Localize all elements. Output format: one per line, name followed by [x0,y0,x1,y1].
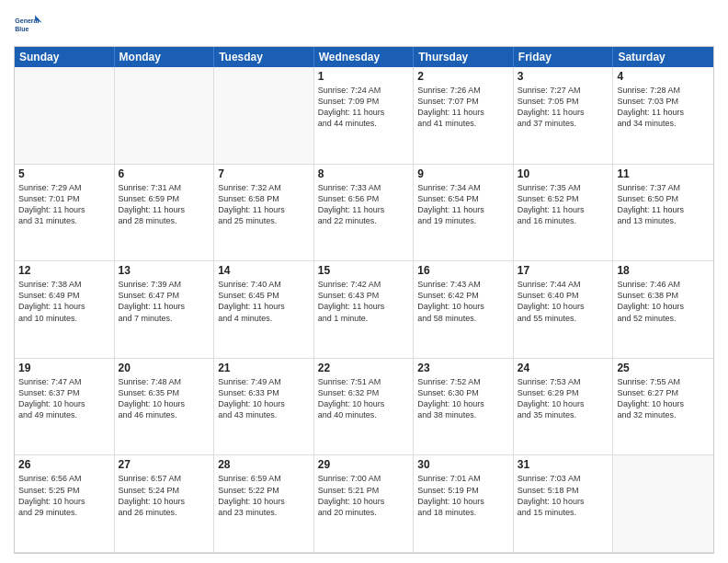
day-number: 24 [518,362,609,374]
calendar-cell: 15Sunrise: 7:42 AM Sunset: 6:43 PM Dayli… [314,261,415,359]
cell-info: Sunrise: 7:49 AM Sunset: 6:33 PM Dayligh… [218,376,310,421]
day-number: 7 [218,167,310,180]
calendar-cell: 16Sunrise: 7:43 AM Sunset: 6:42 PM Dayli… [414,261,514,359]
calendar-cell: 12Sunrise: 7:38 AM Sunset: 6:49 PM Dayli… [15,261,115,359]
cell-info: Sunrise: 7:31 AM Sunset: 6:59 PM Dayligh… [119,182,210,227]
cell-info: Sunrise: 7:51 AM Sunset: 6:32 PM Dayligh… [318,376,410,421]
cell-info: Sunrise: 7:00 AM Sunset: 5:21 PM Dayligh… [318,473,410,518]
day-number: 25 [617,362,710,374]
day-header-wednesday: Wednesday [314,47,415,67]
day-header-thursday: Thursday [414,47,514,67]
cell-info: Sunrise: 7:32 AM Sunset: 6:58 PM Dayligh… [218,182,310,227]
calendar-cell: 20Sunrise: 7:48 AM Sunset: 6:35 PM Dayli… [115,359,215,456]
cell-info: Sunrise: 7:42 AM Sunset: 6:43 PM Dayligh… [318,279,410,324]
calendar-cell: 7Sunrise: 7:32 AM Sunset: 6:58 PM Daylig… [214,165,314,262]
day-number: 27 [119,458,210,471]
cell-info: Sunrise: 7:03 AM Sunset: 5:18 PM Dayligh… [518,473,609,518]
day-number: 28 [218,458,310,471]
calendar-cell: 2Sunrise: 7:26 AM Sunset: 7:07 PM Daylig… [414,67,514,165]
calendar-cell [613,455,713,553]
calendar-cell: 25Sunrise: 7:55 AM Sunset: 6:27 PM Dayli… [613,359,713,456]
cell-info: Sunrise: 7:26 AM Sunset: 7:07 PM Dayligh… [417,85,509,130]
calendar-cell: 31Sunrise: 7:03 AM Sunset: 5:18 PM Dayli… [514,455,614,553]
day-number: 6 [119,167,210,180]
page-header: GeneralBlue [14,9,714,39]
day-number: 26 [18,458,110,471]
day-number: 30 [417,458,509,471]
calendar-cell: 18Sunrise: 7:46 AM Sunset: 6:38 PM Dayli… [613,261,713,359]
cell-info: Sunrise: 7:39 AM Sunset: 6:47 PM Dayligh… [119,279,210,324]
day-number: 16 [417,264,509,277]
calendar-cell: 19Sunrise: 7:47 AM Sunset: 6:37 PM Dayli… [15,359,115,456]
cell-info: Sunrise: 7:34 AM Sunset: 6:54 PM Dayligh… [417,182,509,227]
calendar-cell: 11Sunrise: 7:37 AM Sunset: 6:50 PM Dayli… [613,165,713,262]
day-number: 10 [518,167,609,180]
day-number: 3 [518,70,609,83]
logo-icon: GeneralBlue [14,9,43,39]
cell-info: Sunrise: 7:44 AM Sunset: 6:40 PM Dayligh… [518,279,609,324]
calendar-cell: 14Sunrise: 7:40 AM Sunset: 6:45 PM Dayli… [214,261,314,359]
day-header-tuesday: Tuesday [214,47,314,67]
day-number: 20 [119,362,210,374]
calendar-cell: 13Sunrise: 7:39 AM Sunset: 6:47 PM Dayli… [115,261,215,359]
cell-info: Sunrise: 7:29 AM Sunset: 7:01 PM Dayligh… [18,182,110,227]
day-number: 31 [518,458,609,471]
calendar-cell: 22Sunrise: 7:51 AM Sunset: 6:32 PM Dayli… [314,359,415,456]
day-number: 23 [417,362,509,374]
cell-info: Sunrise: 6:59 AM Sunset: 5:22 PM Dayligh… [218,473,310,518]
day-number: 9 [417,167,509,180]
calendar-grid: 1Sunrise: 7:24 AM Sunset: 7:09 PM Daylig… [15,67,713,553]
calendar-cell: 1Sunrise: 7:24 AM Sunset: 7:09 PM Daylig… [314,67,415,165]
day-number: 29 [318,458,410,471]
cell-info: Sunrise: 7:43 AM Sunset: 6:42 PM Dayligh… [417,279,509,324]
calendar-cell: 30Sunrise: 7:01 AM Sunset: 5:19 PM Dayli… [414,455,514,553]
cell-info: Sunrise: 7:24 AM Sunset: 7:09 PM Dayligh… [318,85,410,130]
calendar-cell: 5Sunrise: 7:29 AM Sunset: 7:01 PM Daylig… [15,165,115,262]
day-header-saturday: Saturday [613,47,713,67]
logo: GeneralBlue [14,9,47,39]
day-number: 17 [518,264,609,277]
day-number: 5 [18,167,110,180]
calendar-cell: 4Sunrise: 7:28 AM Sunset: 7:03 PM Daylig… [613,67,713,165]
calendar-cell [214,67,314,165]
day-number: 18 [617,264,710,277]
cell-info: Sunrise: 7:47 AM Sunset: 6:37 PM Dayligh… [18,376,110,421]
day-header-monday: Monday [115,47,215,67]
calendar-cell: 8Sunrise: 7:33 AM Sunset: 6:56 PM Daylig… [314,165,415,262]
cell-info: Sunrise: 7:38 AM Sunset: 6:49 PM Dayligh… [18,279,110,324]
cell-info: Sunrise: 7:37 AM Sunset: 6:50 PM Dayligh… [617,182,710,227]
day-header-sunday: Sunday [15,47,115,67]
day-headers-row: SundayMondayTuesdayWednesdayThursdayFrid… [15,47,713,67]
calendar-cell: 3Sunrise: 7:27 AM Sunset: 7:05 PM Daylig… [514,67,614,165]
cell-info: Sunrise: 6:57 AM Sunset: 5:24 PM Dayligh… [119,473,210,518]
day-number: 1 [318,70,410,83]
calendar-cell: 27Sunrise: 6:57 AM Sunset: 5:24 PM Dayli… [115,455,215,553]
calendar-cell: 24Sunrise: 7:53 AM Sunset: 6:29 PM Dayli… [514,359,614,456]
cell-info: Sunrise: 7:48 AM Sunset: 6:35 PM Dayligh… [119,376,210,421]
cell-info: Sunrise: 7:35 AM Sunset: 6:52 PM Dayligh… [518,182,609,227]
calendar-cell [15,67,115,165]
calendar-cell: 9Sunrise: 7:34 AM Sunset: 6:54 PM Daylig… [414,165,514,262]
calendar-cell: 26Sunrise: 6:56 AM Sunset: 5:25 PM Dayli… [15,455,115,553]
cell-info: Sunrise: 7:27 AM Sunset: 7:05 PM Dayligh… [518,85,609,130]
day-number: 11 [617,167,710,180]
calendar: SundayMondayTuesdayWednesdayThursdayFrid… [14,46,714,554]
day-number: 4 [617,70,710,83]
day-number: 15 [318,264,410,277]
day-number: 21 [218,362,310,374]
calendar-cell: 29Sunrise: 7:00 AM Sunset: 5:21 PM Dayli… [314,455,415,553]
day-number: 13 [119,264,210,277]
cell-info: Sunrise: 7:33 AM Sunset: 6:56 PM Dayligh… [318,182,410,227]
cell-info: Sunrise: 7:53 AM Sunset: 6:29 PM Dayligh… [518,376,609,421]
page-container: GeneralBlue SundayMondayTuesdayWednesday… [0,0,728,563]
cell-info: Sunrise: 7:28 AM Sunset: 7:03 PM Dayligh… [617,85,710,130]
cell-info: Sunrise: 7:55 AM Sunset: 6:27 PM Dayligh… [617,376,710,421]
cell-info: Sunrise: 6:56 AM Sunset: 5:25 PM Dayligh… [18,473,110,518]
cell-info: Sunrise: 7:52 AM Sunset: 6:30 PM Dayligh… [417,376,509,421]
day-number: 2 [417,70,509,83]
day-header-friday: Friday [514,47,614,67]
calendar-cell: 6Sunrise: 7:31 AM Sunset: 6:59 PM Daylig… [115,165,215,262]
calendar-cell: 21Sunrise: 7:49 AM Sunset: 6:33 PM Dayli… [214,359,314,456]
day-number: 8 [318,167,410,180]
calendar-cell: 28Sunrise: 6:59 AM Sunset: 5:22 PM Dayli… [214,455,314,553]
